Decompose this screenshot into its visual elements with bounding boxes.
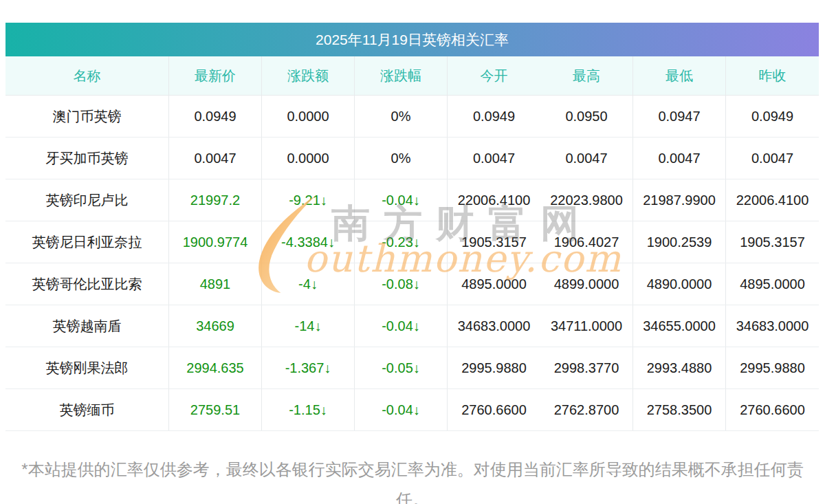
cell-prev-close: 2760.6600 bbox=[726, 389, 819, 430]
table-row: 牙买加币英镑 0.0047 0.0000 0% 0.0047 0.0047 0.… bbox=[6, 138, 819, 179]
cell-change-amount: -1.15↓ bbox=[262, 389, 355, 430]
col-header-low: 最低 bbox=[633, 56, 726, 95]
cell-open: 0.0047 bbox=[448, 138, 540, 179]
cell-prev-close: 34683.0000 bbox=[726, 305, 819, 347]
cell-prev-close: 1905.3157 bbox=[726, 221, 819, 263]
table-row: 英镑越南盾 34669 -14↓ -0.04↓ 34683.0000 34711… bbox=[6, 305, 819, 347]
cell-change-amount: 0.0000 bbox=[262, 138, 355, 179]
table-row: 澳门币英镑 0.0949 0.0000 0% 0.0949 0.0950 0.0… bbox=[6, 96, 819, 138]
cell-low: 2993.4880 bbox=[633, 347, 726, 388]
cell-low: 0.0947 bbox=[633, 96, 726, 137]
table-row: 英镑印尼卢比 21997.2 -9.21↓ -0.04↓ 22006.4100 … bbox=[6, 179, 819, 221]
table-header-row: 名称 最新价 涨跌额 涨跌幅 今开 最高 最低 昨收 bbox=[6, 56, 819, 96]
cell-last-price: 0.0949 bbox=[169, 96, 262, 137]
cell-currency-name: 英镑越南盾 bbox=[6, 305, 169, 347]
cell-change-pct: -0.04↓ bbox=[355, 179, 448, 221]
cell-currency-name: 英镑印尼卢比 bbox=[6, 179, 169, 221]
cell-prev-close: 0.0047 bbox=[726, 138, 819, 179]
col-header-name: 名称 bbox=[6, 56, 169, 95]
cell-low: 1900.2539 bbox=[633, 221, 726, 263]
table-row: 英镑刚果法郎 2994.635 -1.367↓ -0.05↓ 2995.9880… bbox=[6, 347, 819, 389]
cell-change-pct: -0.04↓ bbox=[355, 305, 448, 347]
table-body: 澳门币英镑 0.0949 0.0000 0% 0.0949 0.0950 0.0… bbox=[6, 96, 819, 431]
table-title: 2025年11月19日英镑相关汇率 bbox=[6, 23, 819, 56]
cell-low: 0.0047 bbox=[633, 138, 726, 179]
cell-change-pct: -0.23↓ bbox=[355, 221, 448, 263]
cell-change-pct: -0.04↓ bbox=[355, 389, 448, 430]
cell-open: 1905.3157 bbox=[448, 221, 540, 263]
col-header-high: 最高 bbox=[540, 56, 633, 95]
cell-prev-close: 2995.9880 bbox=[726, 347, 819, 388]
cell-currency-name: 英镑缅币 bbox=[6, 389, 169, 430]
cell-high: 4899.0000 bbox=[540, 263, 633, 305]
cell-prev-close: 4895.0000 bbox=[726, 263, 819, 305]
cell-last-price: 34669 bbox=[169, 305, 262, 347]
cell-change-pct: 0% bbox=[355, 138, 448, 179]
cell-currency-name: 英镑刚果法郎 bbox=[6, 347, 169, 388]
cell-low: 2758.3500 bbox=[633, 389, 726, 430]
col-header-pct: 涨跌幅 bbox=[355, 56, 448, 95]
cell-open: 4895.0000 bbox=[448, 263, 540, 305]
cell-prev-close: 22006.4100 bbox=[726, 179, 819, 221]
cell-currency-name: 牙买加币英镑 bbox=[6, 138, 169, 179]
disclaimer-text: *本站提供的汇率仅供参考，最终以各银行实际交易汇率为准。对使用当前汇率所导致的结… bbox=[10, 454, 815, 504]
cell-high: 34711.0000 bbox=[540, 305, 633, 347]
col-header-prev: 昨收 bbox=[726, 56, 819, 95]
cell-currency-name: 澳门币英镑 bbox=[6, 96, 169, 137]
cell-change-amount: -1.367↓ bbox=[262, 347, 355, 388]
cell-open: 34683.0000 bbox=[448, 305, 540, 347]
cell-last-price: 21997.2 bbox=[169, 179, 262, 221]
cell-low: 34655.0000 bbox=[633, 305, 726, 347]
cell-change-pct: -0.05↓ bbox=[355, 347, 448, 388]
cell-high: 1906.4027 bbox=[540, 221, 633, 263]
cell-last-price: 1900.9774 bbox=[169, 221, 262, 263]
cell-open: 0.0949 bbox=[448, 96, 540, 137]
cell-open: 22006.4100 bbox=[448, 179, 540, 221]
cell-prev-close: 0.0949 bbox=[726, 96, 819, 137]
col-header-change: 涨跌额 bbox=[262, 56, 355, 95]
table-row: 英镑缅币 2759.51 -1.15↓ -0.04↓ 2760.6600 276… bbox=[6, 389, 819, 431]
cell-change-amount: -4.3384↓ bbox=[262, 221, 355, 263]
cell-high: 0.0950 bbox=[540, 96, 633, 137]
cell-last-price: 2759.51 bbox=[169, 389, 262, 430]
cell-change-pct: -0.08↓ bbox=[355, 263, 448, 305]
cell-open: 2760.6600 bbox=[448, 389, 540, 430]
cell-change-amount: -4↓ bbox=[262, 263, 355, 305]
cell-change-amount: 0.0000 bbox=[262, 96, 355, 137]
cell-low: 21987.9900 bbox=[633, 179, 726, 221]
table-row: 英镑尼日利亚奈拉 1900.9774 -4.3384↓ -0.23↓ 1905.… bbox=[6, 221, 819, 263]
cell-last-price: 2994.635 bbox=[169, 347, 262, 388]
cell-currency-name: 英镑哥伦比亚比索 bbox=[6, 263, 169, 305]
cell-low: 4890.0000 bbox=[633, 263, 726, 305]
cell-high: 22023.9800 bbox=[540, 179, 633, 221]
cell-change-pct: 0% bbox=[355, 96, 448, 137]
col-header-last: 最新价 bbox=[169, 56, 262, 95]
rate-table-card: 2025年11月19日英镑相关汇率 名称 最新价 涨跌额 涨跌幅 今开 最高 最… bbox=[6, 23, 819, 431]
cell-currency-name: 英镑尼日利亚奈拉 bbox=[6, 221, 169, 263]
cell-change-amount: -14↓ bbox=[262, 305, 355, 347]
table-row: 英镑哥伦比亚比索 4891 -4↓ -0.08↓ 4895.0000 4899.… bbox=[6, 263, 819, 305]
cell-last-price: 0.0047 bbox=[169, 138, 262, 179]
cell-high: 2762.8700 bbox=[540, 389, 633, 430]
cell-last-price: 4891 bbox=[169, 263, 262, 305]
cell-high: 0.0047 bbox=[540, 138, 633, 179]
cell-open: 2995.9880 bbox=[448, 347, 540, 388]
cell-high: 2998.3770 bbox=[540, 347, 633, 388]
cell-change-amount: -9.21↓ bbox=[262, 179, 355, 221]
col-header-open: 今开 bbox=[448, 56, 540, 95]
